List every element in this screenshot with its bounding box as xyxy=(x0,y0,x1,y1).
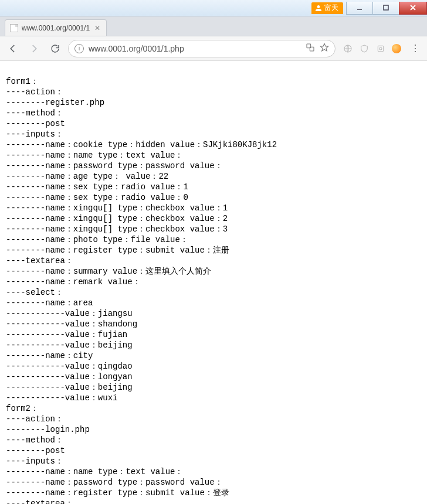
window-titlebar: 富天 xyxy=(0,0,427,16)
text-line: --------name：password type：password valu… xyxy=(6,478,223,487)
text-line: ------------value：wuxi xyxy=(6,393,117,403)
forward-button[interactable] xyxy=(26,40,42,57)
extension-globe-icon[interactable] xyxy=(343,43,353,54)
text-line: ----inputs： xyxy=(6,457,63,466)
extension-cube-icon[interactable] xyxy=(375,43,386,54)
user-icon xyxy=(315,5,322,12)
user-badge-text: 富天 xyxy=(324,3,338,13)
browser-toolbar: i www.0001.org/0001/1.php ⋮ xyxy=(0,36,427,61)
svg-rect-8 xyxy=(378,46,383,51)
text-line: --------name：register type：submit value：… xyxy=(6,246,229,255)
text-line: --------name：area xyxy=(6,298,93,308)
text-line: ----method： xyxy=(6,108,63,118)
text-line: ------------value：qingdao xyxy=(6,362,133,371)
reload-button[interactable] xyxy=(47,40,63,57)
text-line: --------register.php xyxy=(6,98,104,107)
extension-shield-icon[interactable] xyxy=(359,43,370,54)
text-line: ------------value：fujian xyxy=(6,330,127,339)
text-line: ----action： xyxy=(6,414,63,424)
text-line: --------name：password type：password valu… xyxy=(6,161,223,171)
text-line: --------post xyxy=(6,119,65,128)
text-line: ------------value：shandong xyxy=(6,319,137,329)
browser-menu-button[interactable]: ⋮ xyxy=(408,43,422,54)
text-line: --------name：photo type：file value： xyxy=(6,235,188,244)
text-line: --------name：sex type：radio value：1 xyxy=(6,182,188,192)
page-content: form1： ----action： --------register.php … xyxy=(0,61,427,504)
text-line: ------------value：beijing xyxy=(6,383,133,392)
window-maximize-button[interactable] xyxy=(372,2,399,15)
browser-tab[interactable]: www.0001.org/0001/1 ✕ xyxy=(5,19,107,36)
text-line: ------------value：jiangsu xyxy=(6,309,133,318)
text-line: --------name：xingqu[] type：checkbox valu… xyxy=(6,224,228,234)
tab-title: www.0001.org/0001/1 xyxy=(22,24,90,32)
tab-strip: www.0001.org/0001/1 ✕ xyxy=(0,16,427,36)
extension-orange-icon[interactable] xyxy=(392,44,401,53)
text-line: ------------value：beijing xyxy=(6,340,133,350)
text-line: --------name：register type：submit value：… xyxy=(6,488,229,498)
text-line: ----textarea： xyxy=(6,256,73,265)
extension-icons xyxy=(340,43,404,54)
address-bar[interactable]: i www.0001.org/0001/1.php xyxy=(68,40,336,57)
translate-icon[interactable] xyxy=(306,43,315,54)
text-line: --------name：age type： value：22 xyxy=(6,172,168,181)
text-line: --------name：cookie type：hidden value：SJ… xyxy=(6,140,277,149)
text-line: --------name：name type：text value： xyxy=(6,467,183,476)
window-close-button[interactable] xyxy=(399,2,427,15)
file-icon xyxy=(10,24,18,32)
svg-point-9 xyxy=(379,47,382,50)
svg-marker-6 xyxy=(320,43,328,51)
text-line: --------name：sex type：radio value：0 xyxy=(6,193,188,202)
text-line: ----method： xyxy=(6,435,63,445)
window-minimize-button[interactable] xyxy=(346,2,373,15)
text-line: --------name：summary value：这里填入个人简介 xyxy=(6,267,211,276)
text-line: --------name：city xyxy=(6,351,93,360)
text-line: ----textarea： xyxy=(6,499,73,504)
text-line: --------name：xingqu[] type：checkbox valu… xyxy=(6,214,228,223)
text-line: form1： xyxy=(6,77,39,86)
url-text: www.0001.org/0001/1.php xyxy=(89,44,301,53)
text-line: ----inputs： xyxy=(6,130,63,139)
text-line: ----select： xyxy=(6,288,63,297)
text-line: ------------value：longyan xyxy=(6,372,133,382)
text-line: ----action： xyxy=(6,87,63,97)
text-line: form2： xyxy=(6,404,39,413)
text-line: --------name：xingqu[] type：checkbox valu… xyxy=(6,203,228,213)
text-line: --------name：remark value： xyxy=(6,277,141,287)
svg-rect-1 xyxy=(384,5,388,10)
text-line: --------login.php xyxy=(6,425,90,434)
text-line: --------name：name type：text value： xyxy=(6,151,183,160)
user-badge: 富天 xyxy=(311,2,343,14)
site-info-icon[interactable]: i xyxy=(74,44,84,53)
bookmark-star-icon[interactable] xyxy=(320,43,329,54)
text-line: --------post xyxy=(6,446,65,455)
back-button[interactable] xyxy=(5,40,21,57)
tab-close-button[interactable]: ✕ xyxy=(93,24,101,32)
